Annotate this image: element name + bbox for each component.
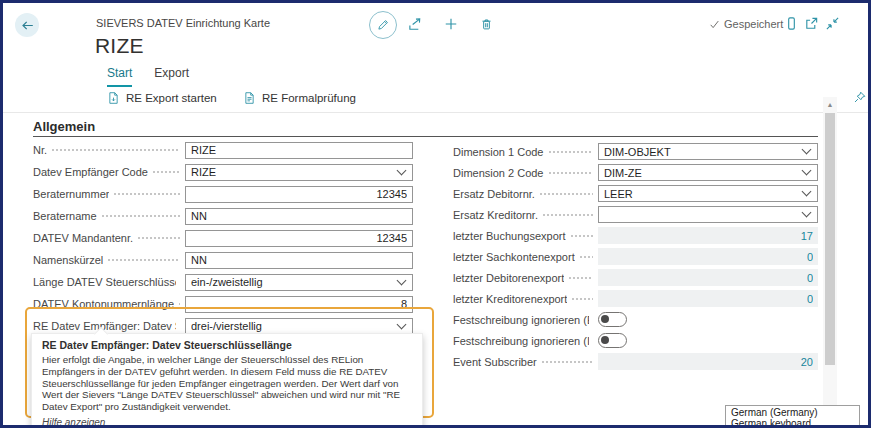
field-value: NN	[191, 210, 207, 222]
dropdown-l-nge-datev-steuerschl-ssel[interactable]: ein-/zweistellig	[185, 274, 413, 291]
field-value: DIM-OBJEKT	[604, 146, 671, 158]
field-label: letzter Buchungsexport	[453, 230, 598, 242]
field-row-datev-empf-nger-code: Datev Empfänger CodeRIZE	[33, 161, 413, 183]
collapse-arrows-icon	[825, 16, 840, 31]
field-label: Ersatz Debitornr.	[453, 188, 598, 200]
vertical-scrollbar[interactable]: ▲	[823, 97, 837, 428]
field-label: letzter Debitorenexport	[453, 272, 598, 284]
field-row-ersatz-kreditornr: Ersatz Kreditornr.	[453, 204, 818, 225]
pin-actionbar-button[interactable]	[853, 91, 866, 104]
field-value: 17	[801, 230, 813, 242]
chevron-down-icon[interactable]	[802, 145, 812, 155]
field-value: 0	[807, 251, 813, 263]
tab-start[interactable]: Start	[107, 66, 132, 87]
tab-strip: Start Export	[107, 66, 189, 87]
dropdown-datev-empf-nger-code[interactable]: RIZE	[185, 164, 413, 181]
show-help-link[interactable]: Hilfe anzeigen	[42, 417, 412, 428]
field-value: NN	[191, 254, 207, 266]
field-value: RIZE	[191, 166, 216, 178]
readonly-field-letzter-debitorenexport: 0	[598, 269, 818, 286]
input-datev-kontonummernl-nge[interactable]: 8	[185, 296, 413, 313]
trash-icon	[480, 17, 493, 31]
tooltip-body: Hier erfolgt die Angabe, in welcher Läng…	[42, 354, 412, 413]
edit-button[interactable]	[369, 11, 397, 39]
field-label: Event Subscriber	[453, 356, 598, 368]
chevron-down-icon[interactable]	[397, 275, 407, 285]
open-in-new-window-button[interactable]	[804, 16, 819, 31]
collapse-button[interactable]	[825, 16, 840, 31]
action-re-export-starten[interactable]: RE Export starten	[107, 91, 217, 105]
dotted-leader	[548, 146, 594, 158]
field-label: RE Datev Empfänger: Datev Steuerschlüsse…	[33, 320, 185, 332]
dropdown-ersatz-debitornr[interactable]: LEER	[598, 185, 818, 202]
field-help-tooltip: RE Datev Empfänger: Datev Steuerschlüsse…	[31, 333, 423, 428]
section-header-allgemein[interactable]: Allgemein	[33, 119, 95, 134]
field-row-dimension-1-code: Dimension 1 CodeDIM-OBJEKT	[453, 141, 818, 162]
document-export-icon	[107, 91, 120, 105]
saved-indicator: Gespeichert	[709, 18, 783, 30]
dotted-leader	[579, 251, 593, 263]
field-label: Datev Empfänger Code	[33, 166, 185, 178]
chevron-down-icon[interactable]	[802, 166, 812, 176]
form-column-left: Nr.RIZEDatev Empfänger CodeRIZEBeraternu…	[33, 139, 413, 337]
dropdown-dimension-2-code[interactable]: DIM-ZE	[598, 164, 818, 181]
readonly-field-event-subscriber: 20	[598, 353, 818, 370]
toggle-festschreibung-ignorieren-export[interactable]	[598, 312, 627, 327]
input-datev-mandantenr[interactable]: 12345	[185, 230, 413, 247]
dotted-leader	[571, 293, 593, 305]
field-value: RIZE	[191, 144, 216, 156]
scrollbar-thumb[interactable]	[825, 113, 835, 365]
field-label: DATEV Kontonummernlänge	[33, 298, 185, 310]
action-re-formalpruefung[interactable]: RE Formalprüfung	[243, 91, 356, 105]
divider	[33, 136, 818, 137]
toggle-festschreibung-ignorieren-import[interactable]	[598, 333, 627, 348]
tooltip-title: RE Datev Empfänger: Datev Steuerschlüsse…	[42, 339, 412, 351]
dotted-leader	[542, 209, 593, 221]
field-row-datev-mandantenr: DATEV Mandantenr.12345	[33, 227, 413, 249]
dropdown-dimension-1-code[interactable]: DIM-OBJEKT	[598, 143, 818, 160]
field-label: letzter Sachkontenexport	[453, 251, 598, 263]
dropdown-re-datev-empf-nger-datev-steuerschl-sse[interactable]: drei-/vierstellig	[185, 318, 413, 335]
field-row-letzter-debitorenexport: letzter Debitorenexport0	[453, 267, 818, 288]
toggle-wrap	[598, 333, 818, 348]
field-label: Festschreibung ignorieren (Import)	[453, 335, 598, 347]
dotted-leader	[539, 188, 593, 200]
language-indicator-tooltip: German (Germany) German keyboard	[725, 405, 860, 428]
dotted-leader	[113, 188, 180, 200]
page-title: RIZE	[95, 34, 144, 58]
back-button[interactable]	[15, 13, 39, 37]
field-row-event-subscriber: Event Subscriber20	[453, 351, 818, 372]
dotted-leader	[178, 298, 180, 310]
field-label: Länge DATEV Steuerschlüssel	[33, 276, 185, 288]
chevron-down-icon[interactable]	[802, 208, 812, 218]
chevron-down-icon[interactable]	[397, 165, 407, 175]
app-window: SIEVERS DATEV Einrichtung Karte Gespeich…	[0, 0, 871, 428]
popout-icon	[804, 16, 819, 31]
field-row-festschreibung-ignorieren-export: Festschreibung ignorieren (Export)	[453, 309, 818, 330]
delete-button[interactable]	[480, 17, 493, 31]
dotted-leader	[548, 167, 594, 179]
breadcrumb-caption: SIEVERS DATEV Einrichtung Karte	[96, 17, 270, 29]
field-row-letzter-sachkontenexport: letzter Sachkontenexport0	[453, 246, 818, 267]
field-row-nr: Nr.RIZE	[33, 139, 413, 161]
new-button[interactable]	[444, 17, 458, 31]
input-nr[interactable]: RIZE	[185, 142, 413, 159]
dropdown-ersatz-kreditornr[interactable]	[598, 206, 818, 223]
language-name: German (Germany)	[731, 407, 854, 418]
bookmark-button[interactable]	[784, 16, 799, 31]
dotted-leader	[541, 356, 593, 368]
field-row-datev-kontonummernl-nge: DATEV Kontonummernlänge8	[33, 293, 413, 315]
field-label: Dimension 1 Code	[453, 146, 598, 158]
plus-icon	[444, 17, 458, 31]
share-button[interactable]	[408, 17, 423, 32]
input-beratername[interactable]: NN	[185, 208, 413, 225]
field-row-l-nge-datev-steuerschl-ssel: Länge DATEV Steuerschlüsselein-/zweistel…	[33, 271, 413, 293]
tab-export[interactable]: Export	[154, 66, 189, 87]
input-namensk-rzel[interactable]: NN	[185, 252, 413, 269]
field-value: LEER	[604, 188, 633, 200]
chevron-down-icon[interactable]	[802, 187, 812, 197]
chevron-down-icon[interactable]	[397, 319, 407, 329]
input-beraternummer[interactable]: 12345	[185, 186, 413, 203]
field-label: Beraternummer	[33, 188, 185, 200]
scroll-up-arrow-icon[interactable]: ▲	[823, 97, 837, 111]
